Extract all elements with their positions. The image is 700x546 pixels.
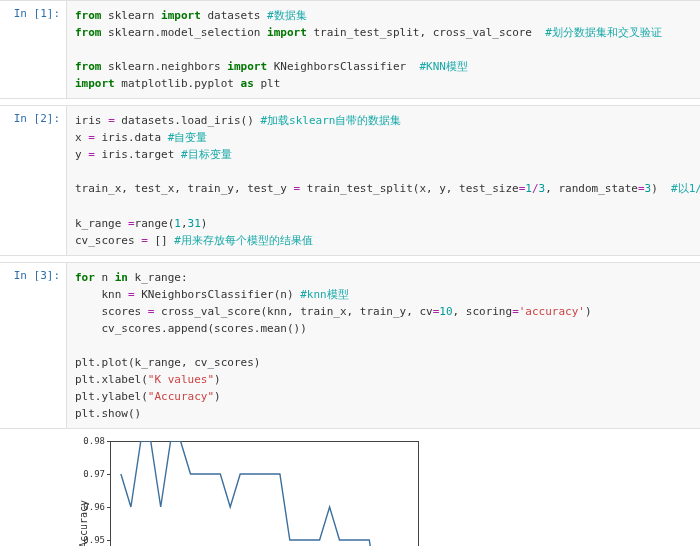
prompt-label: In [2]: bbox=[14, 112, 60, 125]
chart-ytick: 0.97 bbox=[75, 469, 105, 479]
code-block-3: for n in k_range: knn = KNeighborsClassi… bbox=[75, 269, 692, 422]
chart-line-svg bbox=[111, 441, 419, 546]
notebook-cell-3: In [3]: for n in k_range: knn = KNeighbo… bbox=[0, 262, 700, 429]
line-chart: Accuracy 0.930.940.950.960.970.980510152… bbox=[110, 441, 419, 546]
prompt-label: In [3]: bbox=[14, 269, 60, 282]
code-area-1[interactable]: from sklearn import datasets #数据集 from s… bbox=[66, 1, 700, 98]
notebook-cell-1: In [1]: from sklearn import datasets #数据… bbox=[0, 0, 700, 99]
notebook-cell-2: In [2]: iris = datasets.load_iris() #加载s… bbox=[0, 105, 700, 255]
prompt-cell-3: In [3]: bbox=[0, 263, 66, 428]
prompt-cell-2: In [2]: bbox=[0, 106, 66, 254]
code-block-1: from sklearn import datasets #数据集 from s… bbox=[75, 7, 692, 92]
code-area-2[interactable]: iris = datasets.load_iris() #加载sklearn自带… bbox=[66, 106, 700, 254]
code-block-2: iris = datasets.load_iris() #加载sklearn自带… bbox=[75, 112, 692, 248]
prompt-cell-1: In [1]: bbox=[0, 1, 66, 98]
output-area: Accuracy 0.930.940.950.960.970.980510152… bbox=[56, 435, 700, 546]
chart-ytick: 0.95 bbox=[75, 535, 105, 545]
chart-ytick: 0.98 bbox=[75, 436, 105, 446]
code-area-3[interactable]: for n in k_range: knn = KNeighborsClassi… bbox=[66, 263, 700, 428]
prompt-label: In [1]: bbox=[14, 7, 60, 20]
chart-ytick: 0.96 bbox=[75, 502, 105, 512]
